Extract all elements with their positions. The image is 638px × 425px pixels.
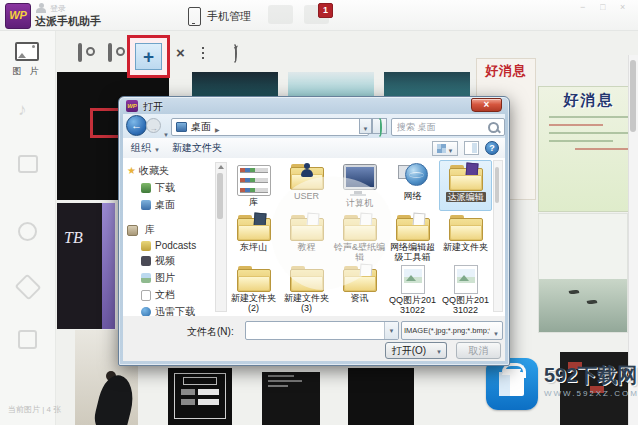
scroll-up-icon[interactable] bbox=[218, 165, 224, 169]
documents-icon bbox=[141, 290, 151, 301]
export-photos-button[interactable] bbox=[108, 45, 112, 60]
batch-list-button[interactable] bbox=[202, 47, 207, 62]
folder-icon bbox=[237, 266, 271, 292]
nav-item-downloads[interactable]: 下载 bbox=[141, 181, 213, 195]
nav-group-libraries[interactable]: 库 bbox=[127, 223, 213, 237]
breadcrumb[interactable]: 桌面 bbox=[171, 118, 369, 136]
scrollbar-thumb[interactable] bbox=[495, 167, 499, 203]
desktop-icon bbox=[176, 122, 187, 132]
sidebar-item-video[interactable] bbox=[18, 155, 38, 173]
file-list-scrollbar[interactable] bbox=[493, 160, 503, 312]
close-window-button[interactable]: × bbox=[620, 2, 625, 12]
filename-dropdown-icon[interactable] bbox=[384, 322, 398, 339]
tab-phone-manage[interactable]: 手机管理 bbox=[188, 4, 251, 28]
file-item[interactable]: 新建文件夹(2) bbox=[227, 262, 280, 313]
preview-pane-button[interactable] bbox=[464, 141, 479, 155]
dialog-body: 收藏夹 下载 桌面 库 bbox=[123, 158, 505, 317]
file-item[interactable]: 网络编辑超级工具箱 bbox=[386, 211, 439, 262]
back-button[interactable] bbox=[126, 115, 147, 136]
folder-icon bbox=[449, 165, 483, 191]
file-item[interactable]: QQ图片20131022 bbox=[439, 262, 492, 313]
scrollbar-thumb[interactable] bbox=[217, 173, 223, 219]
nav-item-pictures[interactable]: 图片 bbox=[141, 271, 213, 285]
nav-item-podcasts[interactable]: Podcasts bbox=[141, 240, 213, 251]
folder-icon bbox=[343, 215, 377, 241]
file-item-user[interactable]: USER bbox=[280, 160, 333, 211]
filename-label: 文件名(N): bbox=[187, 325, 234, 339]
sidebar-item-pictures[interactable]: 图 片 bbox=[12, 42, 42, 78]
address-refresh-button[interactable] bbox=[372, 118, 387, 134]
nav-group-favorites[interactable]: 收藏夹 bbox=[127, 164, 213, 178]
sidebar-item-files[interactable] bbox=[15, 274, 42, 301]
help-button[interactable]: ? bbox=[485, 141, 499, 155]
gallery-thumbnail-form[interactable] bbox=[168, 368, 232, 425]
file-item[interactable]: 教程 bbox=[280, 211, 333, 262]
sidebar-item-apps[interactable] bbox=[18, 222, 37, 241]
sidebar-item-tools[interactable] bbox=[18, 330, 37, 349]
file-item-dapai-edit[interactable]: 达派编辑 bbox=[439, 160, 492, 211]
file-item[interactable]: 东坪山 bbox=[227, 211, 280, 262]
new-folder-button[interactable]: 新建文件夹 bbox=[168, 141, 226, 155]
file-item[interactable]: 资讯 bbox=[333, 262, 386, 313]
gallery-thumbnail-birds[interactable] bbox=[538, 213, 628, 333]
tab-ghost[interactable] bbox=[268, 5, 293, 24]
folder-icon bbox=[449, 215, 483, 241]
nav-item-desktop[interactable]: 桌面 bbox=[141, 198, 213, 212]
file-item[interactable]: 铃声&壁纸编辑 bbox=[333, 211, 386, 262]
app-sidebar: 图 片 ♪ bbox=[0, 30, 56, 425]
phone-icon bbox=[188, 7, 201, 26]
image-file-icon bbox=[401, 265, 425, 294]
chevron-down-icon bbox=[490, 322, 502, 340]
file-item[interactable]: QQ图片20131022 bbox=[386, 262, 439, 313]
app-window: 好消息 好消息 TB bbox=[0, 0, 638, 425]
forward-button[interactable] bbox=[146, 118, 161, 133]
file-item-network[interactable]: 网络 bbox=[386, 160, 439, 211]
filename-input[interactable] bbox=[246, 322, 384, 339]
nav-item-videos[interactable]: 视频 bbox=[141, 254, 213, 268]
chevron-down-icon bbox=[448, 141, 454, 156]
refresh-button[interactable] bbox=[233, 46, 237, 61]
address-dropdown-button[interactable] bbox=[359, 118, 372, 134]
organize-button[interactable]: 组织 bbox=[127, 141, 164, 155]
minimize-button[interactable]: − bbox=[580, 2, 585, 12]
filename-combo[interactable] bbox=[245, 321, 399, 340]
file-item-libraries[interactable]: 库 bbox=[227, 160, 280, 211]
computer-icon bbox=[344, 165, 376, 189]
gallery-thumbnail[interactable] bbox=[348, 368, 414, 425]
gallery-thumbnail-good-news-poster-green[interactable]: 好消息 bbox=[538, 86, 638, 212]
highlight-box: + bbox=[127, 35, 170, 78]
file-item-computer[interactable]: 计算机 bbox=[333, 160, 386, 211]
import-photos-button[interactable] bbox=[78, 45, 82, 60]
sidebar-item-music[interactable]: ♪ bbox=[18, 100, 38, 120]
breadcrumb-location[interactable]: 桌面 bbox=[191, 120, 211, 134]
gallery-thumbnail-album[interactable]: TB bbox=[57, 203, 115, 329]
chevron-down-icon bbox=[154, 143, 160, 154]
navigation-pane: 收藏夹 下载 桌面 库 bbox=[127, 164, 213, 322]
device-export-icon bbox=[108, 43, 112, 62]
scrollbar-thumb[interactable] bbox=[630, 60, 636, 132]
nav-item-documents[interactable]: 文档 bbox=[141, 288, 213, 302]
refresh-icon bbox=[378, 118, 382, 137]
dialog-close-button[interactable]: × bbox=[471, 98, 502, 112]
open-dropdown-button[interactable] bbox=[432, 342, 447, 359]
filetype-select[interactable]: IMAGE(*.jpg;*.png;*.bmp;*.gi bbox=[401, 321, 503, 340]
nav-scrollbar[interactable] bbox=[215, 162, 227, 312]
file-item[interactable]: 新建文件夹 bbox=[439, 211, 492, 262]
cancel-button[interactable]: 取消 bbox=[456, 342, 501, 359]
add-photos-button[interactable]: + bbox=[135, 43, 162, 70]
dialog-content: 桌面 组织 新建文件夹 ? bbox=[123, 114, 505, 361]
open-button[interactable]: 打开(O) bbox=[385, 342, 433, 359]
search-input[interactable] bbox=[395, 121, 488, 133]
breadcrumb-chevron-icon[interactable] bbox=[215, 118, 220, 136]
delete-button[interactable]: × bbox=[176, 45, 185, 60]
file-item[interactable]: 新建文件夹(3) bbox=[280, 262, 333, 313]
gallery-thumbnail[interactable] bbox=[262, 372, 320, 425]
search-box[interactable] bbox=[391, 118, 505, 136]
user-icon bbox=[36, 3, 46, 13]
maximize-button[interactable]: □ bbox=[600, 2, 605, 12]
views-icon bbox=[437, 144, 446, 153]
app-title: 达派手机助手 bbox=[35, 14, 101, 29]
login-link[interactable]: 登录 bbox=[50, 3, 66, 14]
views-button[interactable] bbox=[432, 141, 458, 156]
pictures-icon bbox=[15, 42, 39, 61]
